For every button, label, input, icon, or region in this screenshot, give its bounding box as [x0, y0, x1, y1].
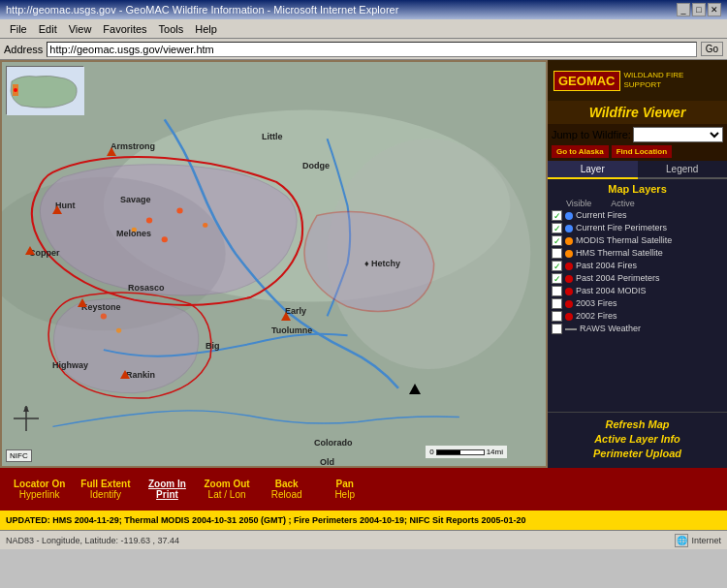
- menu-favorites[interactable]: Favorites: [97, 21, 152, 37]
- toolbar-locator[interactable]: Locator On Hyperlink: [6, 477, 73, 502]
- label-past2004-modis: Past 2004 MODIS: [576, 286, 647, 296]
- label-little: Little: [262, 132, 283, 141]
- minimize-button[interactable]: _: [677, 3, 690, 16]
- jump-label: Jump to Wildfire:: [552, 129, 631, 140]
- label-past2004: Past 2004 Fires: [576, 261, 637, 271]
- layer-tabs: Layer Legend: [548, 161, 727, 179]
- coord-text: NAD83 - Longitude, Latitude: -119.63 , 3…: [6, 536, 667, 545]
- fire-symbol-5: [120, 370, 130, 379]
- scale-bar: 0 14mi: [426, 446, 507, 458]
- viewer-title: Wildfire Viewer: [548, 101, 727, 124]
- map-svg: [2, 62, 546, 466]
- menu-tools[interactable]: Tools: [153, 21, 190, 37]
- label-hetchy: ♦ Hetchy: [364, 259, 400, 268]
- toolbar-pan-top: Pan: [336, 479, 354, 489]
- toolbar: Locator On Hyperlink Full Extent Identif…: [0, 468, 727, 511]
- jump-buttons: Go to Alaska Find Location: [552, 144, 723, 158]
- layer-row-2003: 2003 Fires: [552, 298, 723, 309]
- toolbar-pan-bottom: Help: [334, 489, 355, 500]
- fire-symbol-4: [78, 298, 87, 307]
- jump-row: Jump to Wildfire:: [552, 127, 723, 142]
- label-2003: 2003 Fires: [576, 298, 617, 309]
- svg-point-7: [176, 208, 182, 214]
- checkbox-raws[interactable]: [552, 324, 562, 334]
- menu-bar: File Edit View Favorites Tools Help: [0, 19, 727, 39]
- geomac-header: GEOMAC WILDLAND FIRE SUPPORT: [548, 60, 727, 101]
- map-background: Armstrong Little Dodge Hunt Savage Melon…: [2, 62, 546, 466]
- toolbar-extent[interactable]: Full Extent Identify: [73, 477, 138, 502]
- right-panel: GEOMAC WILDLAND FIRE SUPPORT Wildfire Vi…: [548, 60, 727, 468]
- checkbox-current-perimeters[interactable]: [552, 223, 562, 233]
- status-text: UPDATED: HMS 2004-11-29; Thermal MODIS 2…: [6, 515, 526, 525]
- close-button[interactable]: ✕: [708, 3, 721, 16]
- dot-2003: [565, 300, 573, 308]
- bottom-status: NAD83 - Longitude, Latitude: -119.63 , 3…: [0, 530, 727, 549]
- layer-row-past2004: Past 2004 Fires: [552, 261, 723, 271]
- tab-layer[interactable]: Layer: [548, 161, 638, 179]
- label-rosasco: Rosasco: [128, 283, 165, 293]
- layer-row-past2004-modis: Past 2004 MODIS: [552, 286, 723, 296]
- zone-label: Internet: [691, 536, 721, 545]
- checkbox-modis[interactable]: [552, 235, 562, 246]
- window-controls: _ □ ✕: [677, 3, 721, 16]
- dot-modis: [565, 237, 573, 245]
- toolbar-zoomin[interactable]: Zoom In Print: [138, 477, 196, 502]
- layer-row-past2004-perim: Past 2004 Perimeters: [552, 273, 723, 284]
- maximize-button[interactable]: □: [692, 3, 706, 16]
- jump-select[interactable]: [633, 127, 723, 142]
- label-raws: RAWS Weather: [580, 324, 641, 334]
- toolbar-extent-top: Full Extent: [80, 479, 130, 489]
- layers-section: Map Layers Visible Active Current Fires …: [548, 179, 727, 412]
- label-old: Old: [320, 457, 334, 467]
- toolbar-back[interactable]: Back Reload: [258, 477, 316, 502]
- checkbox-current-fires[interactable]: [552, 210, 562, 221]
- checkbox-hms[interactable]: [552, 248, 562, 259]
- layer-row-2002: 2002 Fires: [552, 311, 723, 322]
- toolbar-zoomout-top: Zoom Out: [204, 479, 249, 489]
- checkbox-past2004-perim[interactable]: [552, 273, 562, 284]
- mini-map: [6, 66, 83, 114]
- map-container[interactable]: Armstrong Little Dodge Hunt Savage Melon…: [0, 60, 548, 468]
- header-visible: Visible: [566, 199, 591, 208]
- svg-point-10: [116, 328, 121, 333]
- layer-info-link[interactable]: Active Layer Info: [553, 433, 721, 445]
- layer-row-hms: HMS Thermal Satellite: [552, 248, 723, 259]
- menu-file[interactable]: File: [4, 21, 33, 37]
- checkbox-past2004[interactable]: [552, 261, 562, 271]
- toolbar-zoomout[interactable]: Zoom Out Lat / Lon: [196, 477, 257, 502]
- layers-header: Visible Active: [552, 199, 723, 208]
- tab-legend[interactable]: Legend: [638, 161, 728, 179]
- address-input[interactable]: [47, 42, 696, 57]
- svg-point-13: [14, 88, 17, 92]
- jump-section: Jump to Wildfire: Go to Alaska Find Loca…: [548, 124, 727, 161]
- find-location-button[interactable]: Find Location: [612, 145, 672, 158]
- layer-row-raws: RAWS Weather: [552, 324, 723, 334]
- window-title: http://geomac.usgs.gov - GeoMAC Wildfire…: [6, 4, 398, 15]
- toolbar-pan[interactable]: Pan Help: [316, 477, 374, 502]
- black-marker: [409, 384, 421, 394]
- refresh-map-link[interactable]: Refresh Map: [553, 418, 721, 430]
- go-button[interactable]: Go: [701, 42, 723, 56]
- toolbar-locator-top: Locator On: [14, 479, 65, 489]
- go-alaska-button[interactable]: Go to Alaska: [552, 145, 609, 158]
- layer-row-current-perimeters: Current Fire Perimeters: [552, 223, 723, 233]
- toolbar-back-bottom: Reload: [271, 489, 302, 500]
- toolbar-extent-bottom: Identify: [90, 489, 121, 500]
- label-hms: HMS Thermal Satellite: [576, 248, 663, 259]
- menu-help[interactable]: Help: [189, 21, 223, 37]
- geomac-logo: GEOMAC: [553, 71, 620, 91]
- dot-past2004-perim: [565, 275, 573, 283]
- label-current-fires: Current Fires: [576, 210, 627, 221]
- checkbox-past2004-modis[interactable]: [552, 286, 562, 296]
- header-active: Active: [611, 199, 635, 208]
- label-modis: MODIS Thermal Satellite: [576, 235, 672, 246]
- status-bar: UPDATED: HMS 2004-11-29; Thermal MODIS 2…: [0, 511, 727, 530]
- menu-edit[interactable]: Edit: [33, 21, 63, 37]
- checkbox-2002[interactable]: [552, 311, 562, 322]
- checkbox-2003[interactable]: [552, 298, 562, 309]
- label-dodge: Dodge: [302, 161, 330, 170]
- perimeter-upload-link[interactable]: Perimeter Upload: [553, 448, 721, 459]
- nifc-label: NIFC: [6, 449, 32, 462]
- menu-view[interactable]: View: [63, 21, 98, 37]
- address-bar: Address Go: [0, 39, 727, 60]
